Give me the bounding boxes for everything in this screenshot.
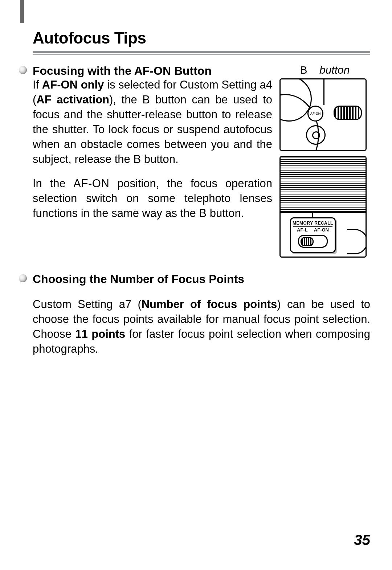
crop-mark [20, 0, 24, 23]
section1-para1: If AF-ON only is selected for Custom Set… [33, 78, 272, 167]
bullet-icon [19, 66, 27, 74]
lens-switch-illustration: MEMORY RECALL AF-L AF-ON [279, 156, 367, 258]
section2-para: Custom Setting a7 (Number of focus point… [33, 297, 370, 357]
section2-heading: Choosing the Number of Focus Points [33, 272, 370, 286]
section-af-on: Focusing with the AF-ON Button If AF-ON … [18, 64, 370, 258]
figure-column: B button AF-ON MEMORY RECALL [279, 64, 370, 258]
page-number: 35 [354, 532, 371, 548]
af-on-button-icon: AF-ON [307, 106, 323, 122]
switch-label-left: AF-L [297, 227, 308, 233]
grip-icon [347, 229, 367, 254]
command-dial-icon [334, 106, 362, 120]
slider-switch-icon [298, 235, 328, 248]
multi-selector-icon [306, 125, 326, 145]
switch-label-top: MEMORY RECALL [291, 218, 335, 226]
focus-switch-callout: MEMORY RECALL AF-L AF-ON [290, 217, 336, 253]
title-block: Autofocus Tips [18, 0, 370, 55]
switch-label-right: AF-ON [314, 227, 329, 233]
title-rule [33, 51, 370, 55]
section-focus-points: Choosing the Number of Focus Points Cust… [18, 272, 370, 357]
section1-para2: In the AF-ON position, the focus operati… [33, 176, 272, 221]
section1-text: Focusing with the AF-ON Button If AF-ON … [33, 64, 272, 258]
manual-page: Autofocus Tips Focusing with the AF-ON B… [0, 0, 392, 570]
section1-heading: Focusing with the AF-ON Button [33, 64, 272, 78]
pointer-line-icon [323, 79, 324, 105]
figure-label: B button [279, 64, 370, 76]
lens-barrel-icon [281, 157, 366, 213]
bullet-icon [19, 274, 27, 282]
camera-back-illustration: AF-ON [279, 78, 367, 151]
page-title: Autofocus Tips [33, 29, 370, 47]
